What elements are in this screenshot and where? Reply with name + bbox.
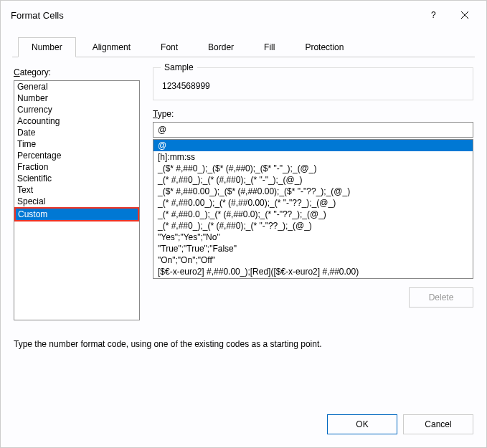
type-input[interactable] bbox=[153, 122, 473, 138]
help-icon: ? bbox=[429, 11, 438, 19]
category-listbox[interactable]: GeneralNumberCurrencyAccountingDateTimeP… bbox=[14, 80, 140, 320]
close-button[interactable] bbox=[449, 4, 481, 27]
tab-alignment[interactable]: Alignment bbox=[79, 37, 144, 57]
category-item[interactable]: Currency bbox=[14, 104, 139, 115]
type-item[interactable]: _($* #,##0.00_);_($* (#,##0.00);_($* "-"… bbox=[153, 186, 473, 197]
hint-text: Type the number format code, using one o… bbox=[14, 339, 473, 349]
tab-number[interactable]: Number bbox=[18, 37, 76, 57]
format-cells-dialog: Format Cells ? Number Alignment Font Bor… bbox=[0, 0, 487, 448]
tab-fill[interactable]: Fill bbox=[250, 37, 288, 57]
type-item[interactable]: [h]:mm:ss bbox=[153, 151, 473, 163]
category-item[interactable]: Percentage bbox=[14, 150, 139, 161]
category-item[interactable]: Special bbox=[14, 196, 139, 207]
content-area: Category: GeneralNumberCurrencyAccountin… bbox=[1, 57, 486, 404]
type-label: Type: bbox=[153, 109, 473, 119]
dialog-title: Format Cells bbox=[11, 10, 417, 21]
dialog-buttons: OK Cancel bbox=[1, 404, 486, 447]
category-item[interactable]: Text bbox=[14, 184, 139, 196]
category-item[interactable]: Number bbox=[14, 92, 139, 104]
sample-group: Sample 1234568999 bbox=[153, 67, 473, 100]
tab-font[interactable]: Font bbox=[147, 37, 192, 57]
type-item[interactable]: _(* #,##0.00_);_(* (#,##0.00);_(* "-"??_… bbox=[153, 197, 473, 209]
category-item[interactable]: General bbox=[14, 81, 139, 92]
category-item[interactable]: Fraction bbox=[14, 161, 139, 173]
tab-bar: Number Alignment Font Border Fill Protec… bbox=[12, 37, 475, 57]
type-item[interactable]: [$€-x-euro2] #,##0.00_);[Red]([$€-x-euro… bbox=[153, 266, 473, 277]
type-item[interactable]: "Yes";"Yes";"No" bbox=[153, 232, 473, 243]
category-item[interactable]: Scientific bbox=[14, 173, 139, 184]
titlebar: Format Cells ? bbox=[1, 1, 486, 29]
type-listbox[interactable]: @[h]:mm:ss_($* #,##0_);_($* (#,##0);_($*… bbox=[153, 139, 473, 279]
tab-protection[interactable]: Protection bbox=[291, 37, 357, 57]
category-label: Category: bbox=[14, 67, 140, 77]
close-icon bbox=[460, 11, 469, 19]
tab-border[interactable]: Border bbox=[194, 37, 247, 57]
type-item[interactable]: "True";"True";"False" bbox=[153, 243, 473, 254]
svg-text:?: ? bbox=[431, 11, 436, 19]
category-item[interactable]: Custom bbox=[14, 207, 139, 221]
ok-button[interactable]: OK bbox=[327, 414, 397, 434]
help-button[interactable]: ? bbox=[417, 4, 449, 27]
type-item[interactable]: _(* #,##0_);_(* (#,##0);_(* "-"??_);_(@_… bbox=[153, 220, 473, 232]
type-item[interactable]: _($* #,##0_);_($* (#,##0);_($* "-"_);_(@… bbox=[153, 163, 473, 174]
type-item[interactable]: _(* #,##0_);_(* (#,##0);_(* "-"_);_(@_) bbox=[153, 174, 473, 186]
type-item[interactable]: "On";"On";"Off" bbox=[153, 254, 473, 266]
type-item[interactable]: @ bbox=[153, 140, 473, 151]
category-item[interactable]: Time bbox=[14, 138, 139, 150]
sample-legend: Sample bbox=[161, 62, 197, 72]
category-item[interactable]: Date bbox=[14, 127, 139, 138]
category-item[interactable]: Accounting bbox=[14, 115, 139, 127]
type-item[interactable]: _(* #,##0.0_);_(* (#,##0.0);_(* "-"??_);… bbox=[153, 209, 473, 220]
cancel-button[interactable]: Cancel bbox=[403, 414, 473, 434]
sample-value: 1234568999 bbox=[162, 81, 464, 91]
delete-button[interactable]: Delete bbox=[409, 287, 473, 308]
